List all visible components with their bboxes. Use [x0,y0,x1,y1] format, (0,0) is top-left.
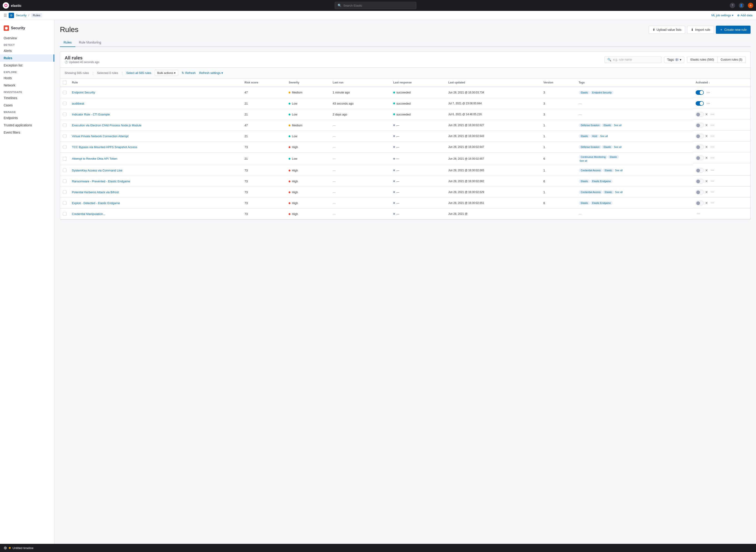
toggle-off[interactable] [696,190,704,194]
toggle-x-button[interactable]: ✕ [705,123,708,127]
toggle-x-button[interactable]: ✕ [705,156,708,160]
see-all-tags-link[interactable]: See all [613,123,623,127]
more-actions-button[interactable]: ⋯ [696,211,701,217]
see-all-tags-link[interactable]: See all [599,134,609,138]
toggle-x-button[interactable]: ✕ [705,145,708,149]
toggle-x-button[interactable]: ✕ [705,113,708,116]
row-checkbox[interactable] [63,134,67,138]
sidebar-item-trusted-apps[interactable]: Trusted applications [0,122,54,129]
bulk-actions-button[interactable]: Bulk actions ▾ [155,70,178,76]
rule-name-link[interactable]: Potential Kerberos Attack via Bifrost [72,190,119,194]
rule-name-link[interactable]: Indicator Rule - CTI Example [72,113,110,116]
search-input[interactable] [343,4,413,7]
notifications-icon[interactable]: 👤 [739,3,744,8]
sidebar-item-hosts[interactable]: Hosts [0,75,54,82]
more-actions-button[interactable]: ⋯ [710,200,715,206]
row-checkbox[interactable] [63,201,67,205]
header-checkbox[interactable] [63,81,67,84]
rule-name-link[interactable]: Exploit - Detected - Elastic Endgame [72,201,120,205]
toggle-off[interactable] [696,179,704,183]
see-all-tags-link[interactable]: See all [614,168,624,172]
app-logo[interactable]: elastic [3,2,21,9]
rule-name-link[interactable]: TCC Bypass via Mounted APFS Snapshot Acc… [72,145,137,149]
see-all-tags-link[interactable]: See all [614,190,624,194]
toggle-x-button[interactable]: ✕ [705,168,708,172]
refresh-settings-button[interactable]: Refresh settings ▾ [199,71,223,75]
refresh-button[interactable]: ↻ Refresh [182,71,196,75]
toggle-activated[interactable] [696,90,704,95]
menu-toggle-icon[interactable]: ☰ [4,13,7,17]
custom-rules-tab[interactable]: Custom rules (5) [718,56,746,63]
elastic-rules-tab[interactable]: Elastic rules (560) [687,56,718,63]
toggle-off[interactable] [696,123,704,127]
toggle-off[interactable] [696,168,704,173]
rule-search-input[interactable] [613,58,658,61]
rule-name-link[interactable]: auditbeat [72,102,84,105]
row-checkbox[interactable] [63,190,67,194]
toggle-off[interactable] [696,134,704,138]
toggle-off[interactable] [696,201,704,205]
row-checkbox[interactable] [63,91,67,94]
tab-rule-monitoring[interactable]: Rule Monitoring [75,38,105,47]
more-actions-button[interactable]: ⋯ [706,100,711,106]
sidebar-item-rules[interactable]: Rules [0,54,54,62]
rule-name-link[interactable]: Attempt to Revoke Okta API Token [72,157,117,160]
global-search-box[interactable]: 🔍 [335,2,416,9]
rule-name-link[interactable]: SystemKey Access via Command Line [72,169,123,172]
timeline-label[interactable]: Untitled timeline [12,546,33,550]
row-checkbox[interactable] [63,113,67,116]
toggle-x-button[interactable]: ✕ [705,179,708,183]
row-checkbox[interactable] [63,145,67,149]
user-avatar[interactable]: n [748,3,753,8]
select-all-link[interactable]: Select all 565 rules [126,71,151,75]
row-checkbox[interactable] [63,157,67,161]
more-actions-button[interactable]: ⋯ [710,144,715,150]
toggle-x-button[interactable]: ✕ [705,134,708,138]
more-actions-button[interactable]: ⋯ [710,133,715,139]
breadcrumb-security[interactable]: Security [16,14,26,17]
see-all-tags-link[interactable]: See all [579,159,588,163]
see-all-tags-link[interactable]: See all [613,145,623,149]
more-actions-button[interactable]: ⋯ [706,89,711,96]
rule-name-link[interactable]: Virtual Private Network Connection Attem… [72,134,128,138]
ml-settings-button[interactable]: ML job settings ▾ [711,14,734,17]
rule-name-link[interactable]: Credential Manipulation... [72,212,105,216]
row-checkbox[interactable] [63,123,67,127]
create-new-rule-button[interactable]: ＋ Create new rule [716,26,751,34]
sidebar-item-exception-list[interactable]: Exception list [0,62,54,69]
rule-name-link[interactable]: Endpoint Security [72,91,95,94]
row-checkbox[interactable] [63,179,67,183]
more-actions-button[interactable]: ⋯ [710,189,715,195]
rule-name-link[interactable]: Execution via Electron Child Process Nod… [72,124,141,127]
toggle-off[interactable] [696,156,704,160]
more-actions-button[interactable]: ⋯ [710,167,715,173]
tab-rules[interactable]: Rules [60,38,75,47]
more-actions-button[interactable]: ⋯ [710,111,715,117]
add-timeline-icon[interactable]: ⊕ [4,545,7,550]
row-checkbox[interactable] [63,102,67,105]
more-actions-button[interactable]: ⋯ [710,122,715,128]
toggle-activated[interactable] [696,101,704,106]
add-data-button[interactable]: ⊕ Add data [737,14,752,17]
sidebar-item-alerts[interactable]: Alerts [0,47,54,54]
toggle-x-button[interactable]: ✕ [705,190,708,194]
toggle-off[interactable] [696,145,704,149]
sidebar-item-network[interactable]: Network [0,82,54,89]
more-actions-button[interactable]: ⋯ [710,178,715,184]
upload-value-lists-button[interactable]: ⬆ Upload value lists [649,26,685,34]
rule-search-box[interactable]: 🔍 [605,56,661,63]
rule-name-link[interactable]: Ransomware - Prevented - Elastic Endgame [72,180,130,183]
row-checkbox[interactable] [63,212,67,216]
tags-dropdown-button[interactable]: Tags 0 ▾ [664,56,684,63]
sidebar-item-cases[interactable]: Cases [0,102,54,109]
import-rule-button[interactable]: ⬇ Import rule [687,26,714,34]
more-actions-button[interactable]: ⋯ [710,155,715,161]
select-all-checkbox-header[interactable] [60,79,69,87]
sidebar-item-endpoints[interactable]: Endpoints [0,114,54,122]
sidebar-item-event-filters[interactable]: Event filters [0,129,54,136]
toggle-off[interactable] [696,112,704,117]
help-icon[interactable]: ? [730,3,735,8]
sidebar-item-timelines[interactable]: Timelines [0,94,54,102]
sidebar-item-overview[interactable]: Overview [0,34,54,42]
toggle-x-button[interactable]: ✕ [705,201,708,205]
